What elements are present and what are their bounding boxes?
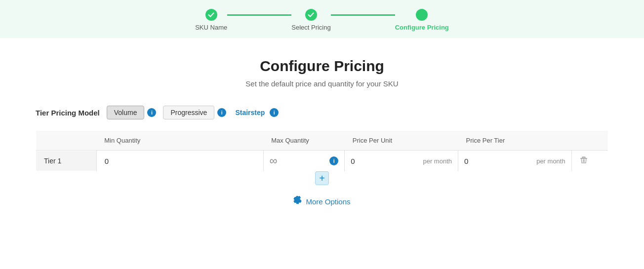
more-options-label: More Options (306, 197, 350, 206)
max-qty-info-icon[interactable]: i (329, 156, 338, 165)
progressive-info-icon[interactable]: i (217, 108, 226, 117)
volume-info-icon[interactable]: i (147, 108, 156, 117)
price-per-tier-input[interactable] (464, 157, 494, 165)
stairstep-model-btn[interactable]: Stairstep (233, 106, 267, 119)
col-header-min-qty: Min Quantity (96, 131, 263, 151)
price-per-unit-suffix: per month (384, 157, 452, 165)
price-per-tier-cell: per month (458, 151, 572, 172)
page-title: Configure Pricing (36, 58, 608, 75)
price-per-unit-cell: per month (345, 151, 458, 172)
page-subtitle: Set the default price and quantity for y… (36, 79, 608, 88)
infinity-symbol: ∞ (270, 154, 326, 167)
stepper-bar: SKU Name Select Pricing Configure Pricin… (0, 0, 644, 38)
delete-cell (571, 151, 608, 172)
progressive-model-group: Progressive i (163, 106, 226, 119)
progressive-model-btn[interactable]: Progressive (163, 106, 214, 119)
col-header-actions (571, 131, 608, 151)
step-configure-pricing: Configure Pricing (395, 9, 449, 31)
svg-rect-0 (580, 158, 587, 159)
step-2-circle (305, 9, 317, 21)
tier-model-row: Tier Pricing Model Volume i Progressive … (36, 106, 608, 119)
max-qty-cell: ∞ i (263, 151, 345, 172)
stairstep-model-group: Stairstep i (233, 106, 279, 119)
main-content: Configure Pricing Set the default price … (26, 38, 618, 227)
volume-model-btn[interactable]: Volume (107, 106, 145, 119)
min-qty-cell (96, 151, 263, 172)
tier-name-cell: Tier 1 (36, 151, 97, 172)
step-connector-2 (331, 14, 395, 16)
col-header-price-per-tier: Price Per Tier (458, 131, 572, 151)
min-qty-input[interactable] (97, 151, 263, 171)
add-tier-row-btn[interactable]: + (315, 171, 329, 185)
col-header-price-per-unit: Price Per Unit (345, 131, 458, 151)
step-connector-1 (227, 14, 291, 16)
price-per-tier-suffix: per month (498, 157, 565, 165)
col-header-tier (36, 131, 97, 151)
step-1-label: SKU Name (195, 24, 227, 31)
more-options-row[interactable]: More Options (36, 196, 608, 207)
stepper: SKU Name Select Pricing Configure Pricin… (195, 9, 449, 31)
tier-pricing-model-label: Tier Pricing Model (36, 109, 100, 117)
stairstep-info-icon[interactable]: i (270, 108, 279, 117)
gear-icon (293, 196, 302, 207)
step-3-label: Configure Pricing (395, 24, 449, 31)
delete-row-btn[interactable] (572, 151, 596, 171)
col-header-max-qty: Max Quantity (263, 131, 345, 151)
step-3-circle (416, 9, 428, 21)
volume-model-group: Volume i (107, 106, 157, 119)
tier-table: Min Quantity Max Quantity Price Per Unit… (36, 130, 608, 172)
step-2-label: Select Pricing (291, 24, 330, 31)
step-1-circle (205, 9, 217, 21)
step-sku-name: SKU Name (195, 9, 227, 31)
tier-1-label: Tier 1 (36, 151, 96, 171)
add-row-container: + (36, 172, 608, 185)
table-row: Tier 1 ∞ i per month (36, 151, 608, 172)
price-per-unit-input[interactable] (351, 157, 380, 165)
step-select-pricing: Select Pricing (291, 9, 330, 31)
